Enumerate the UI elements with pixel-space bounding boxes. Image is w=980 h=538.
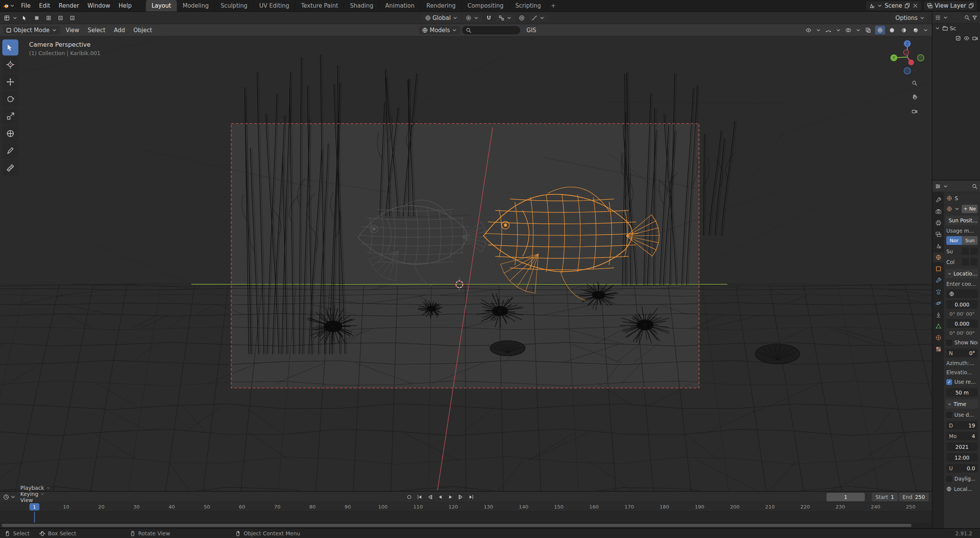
picker-box[interactable] xyxy=(970,248,978,255)
pan-button[interactable] xyxy=(908,90,921,103)
search-icon[interactable] xyxy=(964,15,970,21)
properties-editor-icon[interactable] xyxy=(935,183,941,189)
property-row-mo[interactable]: Mo4 xyxy=(946,432,978,440)
property-row-use-d[interactable]: Use d... xyxy=(946,411,978,419)
auto-keying-toggle[interactable] xyxy=(405,492,414,501)
menu-help[interactable]: Help xyxy=(114,0,136,11)
tool-scale-button[interactable] xyxy=(2,108,18,124)
shading-rendered-button[interactable] xyxy=(911,26,921,34)
world-icon[interactable] xyxy=(946,206,952,212)
scrollbar-thumb[interactable] xyxy=(2,524,911,527)
properties-tab-scene[interactable] xyxy=(933,241,944,251)
delete-scene-button[interactable] xyxy=(912,3,918,9)
mode-dropdown[interactable]: Object Mode xyxy=(3,26,60,34)
checkbox[interactable] xyxy=(946,412,952,418)
active-tool-button[interactable] xyxy=(20,13,30,23)
property-row-50-m[interactable]: 50 m xyxy=(946,388,978,397)
viewport-menu-view[interactable]: View xyxy=(62,24,84,36)
view-layer-selector[interactable]: View Layer xyxy=(924,1,977,10)
hide-eye-icon[interactable] xyxy=(964,35,970,41)
render-visibility-icon[interactable] xyxy=(972,35,978,41)
segment-nor[interactable]: Nor xyxy=(946,236,962,245)
property-row-daylig[interactable]: Daylig... xyxy=(946,474,978,483)
checkbox[interactable] xyxy=(946,340,952,346)
jump-to-end-button[interactable] xyxy=(467,492,476,501)
timeline-tracks[interactable] xyxy=(0,512,932,523)
overlays-dropdown[interactable] xyxy=(843,26,853,34)
select-mode-intersect-button[interactable] xyxy=(67,13,77,23)
gis-search-field[interactable] xyxy=(462,26,520,34)
checkbox[interactable]: ✓ xyxy=(946,379,952,385)
playhead-line[interactable] xyxy=(34,512,35,523)
workspace-tab-shading[interactable]: Shading xyxy=(344,0,379,11)
play-button[interactable] xyxy=(446,492,456,501)
workspace-tab-texture-paint[interactable]: Texture Paint xyxy=(295,0,344,11)
blender-logo-icon[interactable] xyxy=(3,3,9,9)
jump-to-start-button[interactable] xyxy=(415,492,425,501)
menu-edit[interactable]: Edit xyxy=(35,0,54,11)
properties-tab-output[interactable] xyxy=(933,218,944,228)
playhead-badge[interactable]: 1 xyxy=(29,503,39,510)
workspace-tab-modeling[interactable]: Modeling xyxy=(177,0,215,11)
proportional-edit-toggle[interactable] xyxy=(517,13,527,23)
picker-box[interactable] xyxy=(970,258,978,266)
properties-tab-constraints[interactable] xyxy=(933,310,944,320)
select-mode-subtract-button[interactable] xyxy=(56,13,65,23)
properties-tab-physics[interactable] xyxy=(933,298,944,308)
viewport-menu-select[interactable]: Select xyxy=(83,24,109,36)
zoom-button[interactable] xyxy=(908,77,921,90)
outliner-editor-icon[interactable] xyxy=(935,15,941,21)
picker-box[interactable] xyxy=(962,258,969,266)
workspace-tab-animation[interactable]: Animation xyxy=(379,0,420,11)
property-row-col[interactable]: Col xyxy=(946,258,978,266)
segment-sun[interactable]: Sun xyxy=(962,236,978,245)
exclude-checkbox-icon[interactable] xyxy=(955,35,961,41)
new-view-layer-button[interactable] xyxy=(968,3,974,9)
snap-target-dropdown[interactable] xyxy=(496,14,515,22)
gis-models-dropdown[interactable]: Models xyxy=(419,26,460,34)
menu-file[interactable]: File xyxy=(17,0,35,11)
add-workspace-button[interactable]: + xyxy=(547,0,560,11)
frame-end-field[interactable]: End 250 xyxy=(899,493,929,501)
shading-solid-button[interactable] xyxy=(887,26,897,34)
xray-toggle[interactable] xyxy=(863,26,873,34)
property-row-iconfield[interactable] xyxy=(946,289,978,298)
viewport-3d[interactable]: Camera Perspective (1) Collection | Kari… xyxy=(0,36,932,491)
properties-tab-render[interactable] xyxy=(933,207,944,216)
menu-render[interactable]: Render xyxy=(54,0,83,11)
workspace-tab-sculpting[interactable]: Sculpting xyxy=(215,0,253,11)
outliner-item-scene-collection[interactable]: Sc xyxy=(933,23,980,33)
shading-material-button[interactable] xyxy=(899,26,909,34)
gis-menu[interactable]: GIS xyxy=(522,27,541,34)
object-visibility-dropdown[interactable] xyxy=(804,26,813,34)
tool-transform-button[interactable] xyxy=(2,126,18,142)
scene-selector[interactable]: Scene xyxy=(866,1,921,10)
properties-tab-tool[interactable] xyxy=(933,195,944,205)
tool-cursor-button[interactable] xyxy=(2,57,18,73)
tool-select-box-button[interactable] xyxy=(2,39,18,55)
timeline-scrollbar[interactable] xyxy=(0,523,932,528)
property-row-2021[interactable]: 2021 xyxy=(946,442,978,451)
proportional-falloff-dropdown[interactable] xyxy=(529,14,548,22)
select-mode-new-button[interactable] xyxy=(32,13,42,23)
tool-rotate-button[interactable] xyxy=(2,91,18,107)
property-row-n[interactable]: N0° xyxy=(946,349,978,357)
property-row-sun-posit[interactable]: Sun Posit... xyxy=(946,216,978,225)
picker-box[interactable] xyxy=(962,248,969,255)
workspace-tab-rendering[interactable]: Rendering xyxy=(421,0,462,11)
expand-icon[interactable] xyxy=(934,25,941,31)
shading-wireframe-button[interactable] xyxy=(875,26,885,34)
workspace-tab-compositing[interactable]: Compositing xyxy=(462,0,510,11)
property-row-su[interactable]: Su xyxy=(946,247,978,256)
gizmos-dropdown[interactable] xyxy=(823,26,833,34)
snap-toggle-button[interactable] xyxy=(484,13,494,23)
next-keyframe-button[interactable] xyxy=(456,492,466,501)
property-row-0-000[interactable]: 0.000 xyxy=(946,300,978,309)
property-row-u[interactable]: U0.0 xyxy=(946,464,978,473)
timeline-editor-icon[interactable] xyxy=(3,494,9,500)
search-icon[interactable] xyxy=(972,183,978,189)
property-row-show-nor[interactable]: Show Nor... xyxy=(946,338,978,347)
pivot-point-dropdown[interactable] xyxy=(463,14,482,22)
timeline-menu-keying[interactable]: Keying xyxy=(17,491,54,497)
property-row-time[interactable]: Time xyxy=(946,399,978,409)
